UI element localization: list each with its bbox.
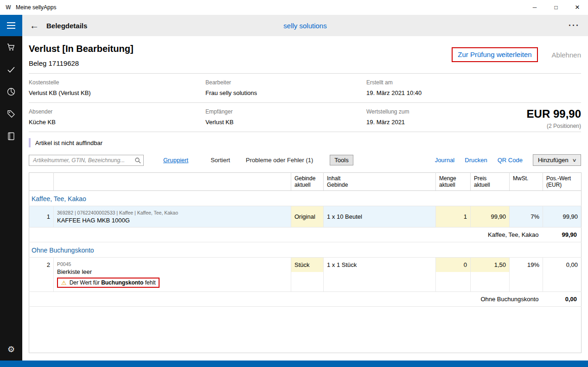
annotation-box-warning: ⚠ Der Wert für Buchungskonto fehlt: [57, 278, 160, 288]
subtotal-value: 0,00: [543, 292, 582, 307]
article-name: KAFFEE HAG MKB 1000G: [57, 217, 288, 224]
sidebar-item-cart[interactable]: [0, 36, 22, 58]
items-toolbar: Gruppiert Sortiert Probleme oder Fehler …: [22, 147, 588, 166]
cell-mwst: 19%: [510, 258, 543, 292]
more-menu-button[interactable]: ···: [569, 21, 580, 31]
search-box: [29, 155, 144, 166]
forward-for-review-link[interactable]: Zur Prüfung weiterleiten: [458, 51, 531, 58]
group-header-label[interactable]: Kaffee, Tee, Kakao: [29, 191, 582, 206]
col-header-inhalt: Inhalt Gebinde: [324, 173, 436, 191]
table-empty-area: [29, 307, 582, 353]
nav-center-title: selly solutions: [22, 22, 588, 30]
field-absender: Absender Küche KB: [29, 108, 205, 126]
minimize-button[interactable]: ─: [524, 0, 545, 15]
cell-inhalt: 1 x 10 Beutel: [324, 206, 436, 228]
table-row[interactable]: 2 P0045 Bierkiste leer ⚠ Der Wert für Bu…: [29, 258, 582, 292]
sidebar: ⚙: [0, 36, 22, 361]
group-header-label[interactable]: Ohne Buchungskonto: [29, 242, 582, 258]
article-meta: P0045: [57, 261, 288, 267]
annotation-box-forward: Zur Prüfung weiterleiten: [452, 47, 537, 62]
total-positions-note: (2 Positionen): [527, 123, 581, 129]
field-kostenstelle: Kostenstelle Verlust KB (Verlust KB): [29, 79, 205, 96]
col-header-desc: [54, 173, 291, 191]
group-subtotal-row: Ohne Buchungskonto 0,00: [29, 292, 582, 307]
book-icon: [6, 132, 16, 141]
cell-article: 369282 | 07622400002533 | Kaffee | Kaffe…: [54, 206, 291, 228]
search-input[interactable]: [29, 155, 144, 166]
col-header-menge: Menge aktuell: [436, 173, 471, 191]
group-subtotal-row: Kaffee, Tee, Kakao 99,90: [29, 228, 582, 242]
fields-row-2: Absender Küche KB Empfänger Verlust KB W…: [22, 103, 588, 132]
grouped-toggle[interactable]: Gruppiert: [163, 157, 188, 164]
subtotal-label: Ohne Buchungskonto: [29, 292, 543, 307]
add-button-label: Hinzufügen: [538, 157, 569, 164]
search-icon[interactable]: [134, 157, 141, 165]
hamburger-menu-button[interactable]: [0, 15, 22, 36]
cell-position-number: 1: [29, 206, 54, 228]
sidebar-item-approvals[interactable]: [0, 58, 22, 81]
window-title: Meine sellyApps: [16, 4, 56, 11]
problems-filter[interactable]: Probleme oder Fehler (1): [246, 157, 313, 164]
close-button[interactable]: ×: [567, 0, 588, 15]
toolbar-right-links: Journal Drucken QR Code Hinzufügen ∨: [435, 154, 581, 166]
cell-menge[interactable]: 0: [436, 258, 471, 292]
fields-row-1: Kostenstelle Verlust KB (Verlust KB) Bea…: [22, 74, 588, 102]
sorted-toggle[interactable]: Sortiert: [211, 157, 230, 164]
pie-chart-icon: [6, 87, 16, 96]
total-amount: EUR 99,90: [527, 108, 581, 120]
sidebar-item-settings[interactable]: ⚙: [0, 340, 22, 359]
print-link[interactable]: Drucken: [465, 157, 487, 164]
checkmark-icon: [6, 65, 16, 74]
maximize-button[interactable]: □: [545, 0, 567, 15]
sidebar-item-articles[interactable]: [0, 103, 22, 125]
title-bar: W Meine sellyApps ─ □ ×: [0, 0, 588, 15]
document-actions: Zur Prüfung weiterleiten Ablehnen: [452, 47, 581, 62]
subtotal-label: Kaffee, Tee, Kakao: [29, 228, 543, 242]
qr-code-link[interactable]: QR Code: [498, 157, 523, 164]
col-header-mwst: MwSt.: [510, 173, 543, 191]
add-button[interactable]: Hinzufügen ∨: [533, 154, 581, 166]
cell-position-number: 2: [29, 258, 54, 292]
subtotal-value: 99,90: [543, 228, 582, 242]
cell-gebinde[interactable]: Stück: [291, 258, 324, 292]
cell-article: P0045 Bierkiste leer ⚠ Der Wert für Buch…: [54, 258, 291, 292]
nav-bar: ← Belegdetails selly solutions ···: [0, 15, 588, 36]
journal-link[interactable]: Journal: [435, 157, 455, 164]
col-header-num: [29, 173, 54, 191]
document-header: Verlust [In Bearbeitung] Beleg 17119628 …: [22, 36, 588, 73]
table-header-row: Gebinde aktuell Inhalt Gebinde Menge akt…: [29, 173, 582, 191]
col-header-gebinde: Gebinde aktuell: [291, 173, 324, 191]
notice-text: Artikel ist nicht auffindbar: [35, 139, 102, 146]
col-header-wert: Pos.-Wert (EUR): [543, 173, 582, 191]
gear-icon: ⚙: [7, 344, 15, 354]
group-header-row: Ohne Buchungskonto: [29, 242, 582, 258]
field-erstellt-am: Erstellt am 19. März 2021 10:40: [366, 79, 581, 96]
chevron-down-icon: ∨: [572, 158, 576, 163]
cell-gebinde[interactable]: Original: [291, 206, 324, 228]
warning-text: Der Wert für Buchungskonto fehlt: [70, 279, 156, 286]
cell-preis[interactable]: 99,90: [471, 206, 510, 228]
sidebar-item-statistics[interactable]: [0, 81, 22, 103]
group-header-row: Kaffee, Tee, Kakao: [29, 191, 582, 206]
reject-button[interactable]: Ablehnen: [552, 51, 581, 59]
notice-accent-bar: [29, 138, 31, 147]
field-bearbeiter: Bearbeiter Frau selly solutions: [205, 79, 366, 96]
field-empfaenger: Empfänger Verlust KB: [205, 108, 366, 126]
cell-inhalt: 1 x 1 Stück: [324, 258, 436, 292]
article-name: Bierkiste leer: [57, 268, 288, 275]
tag-icon: [6, 109, 16, 119]
cell-preis[interactable]: 1,50: [471, 258, 510, 292]
tools-button[interactable]: Tools: [330, 155, 353, 165]
col-header-preis: Preis aktuell: [471, 173, 510, 191]
positions-table: Gebinde aktuell Inhalt Gebinde Menge akt…: [29, 172, 582, 353]
cart-icon: [6, 43, 16, 52]
table-row[interactable]: 1 369282 | 07622400002533 | Kaffee | Kaf…: [29, 206, 582, 228]
document-total: EUR 99,90 (2 Positionen): [527, 108, 581, 129]
bottom-accent-bar: [0, 361, 588, 367]
article-notice: Artikel ist nicht auffindbar: [22, 132, 588, 147]
cell-mwst: 7%: [510, 206, 543, 228]
sidebar-item-journal[interactable]: [0, 125, 22, 147]
window-controls: ─ □ ×: [524, 0, 588, 15]
main-content: Verlust [In Bearbeitung] Beleg 17119628 …: [22, 36, 588, 361]
cell-menge[interactable]: 1: [436, 206, 471, 228]
